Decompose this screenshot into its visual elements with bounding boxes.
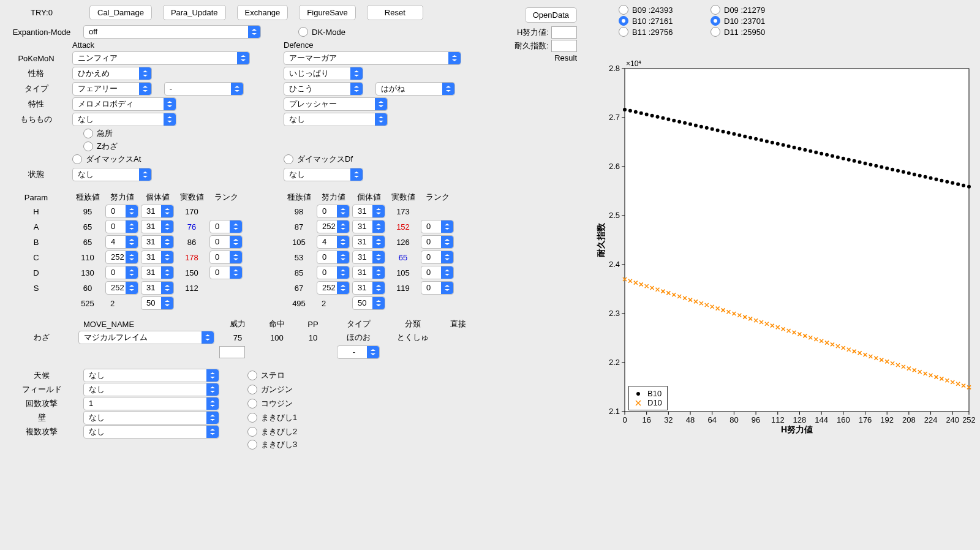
svg-point-54 [623, 108, 627, 111]
attack-D-rank-select[interactable]: 0 [209, 266, 243, 279]
attack-status-select[interactable]: なし [72, 168, 152, 181]
svg-point-100 [874, 164, 878, 168]
defence-D-iv-select[interactable]: 31 [352, 266, 385, 279]
h-doryoku-label: H努力値: [517, 27, 549, 38]
attack-H-iv-select[interactable]: 31 [141, 205, 174, 218]
svg-point-103 [891, 168, 894, 171]
series-radio-0[interactable]: B09 :24393 [619, 5, 710, 15]
expansion-mode-select[interactable]: off [83, 25, 261, 39]
svg-point-84 [787, 145, 791, 148]
defence-B-iv-select[interactable]: 31 [352, 235, 385, 249]
series-radio-3[interactable]: D10 :23701 [710, 16, 802, 26]
attack-type1-select[interactable]: フェアリー [72, 82, 152, 96]
series-radio-2[interactable]: B10 :27161 [619, 16, 710, 26]
zmove-radio[interactable]: Zわざ [83, 141, 118, 152]
defence-nature-select[interactable]: いじっぱり [284, 67, 363, 80]
attack-S-ev-select[interactable]: 252 [105, 281, 138, 295]
kabe-select[interactable]: なし [83, 411, 219, 424]
h-doryoku-input[interactable] [551, 26, 577, 39]
taikyuu-label: 耐久指数: [514, 40, 549, 51]
series-radio-1[interactable]: D09 :21279 [710, 5, 802, 15]
defence-A-iv-select[interactable]: 31 [352, 220, 385, 233]
svg-point-76 [743, 135, 747, 138]
defence-S-rank-select[interactable]: 0 [421, 281, 454, 295]
svg-point-59 [650, 114, 654, 118]
attack-B-rank-select[interactable]: 0 [209, 235, 243, 249]
hazard-1-radio[interactable]: ガンジン [247, 384, 293, 395]
hazard-5-radio[interactable]: まきびし3 [247, 439, 297, 450]
dymax-at-radio[interactable]: ダイマックスAt [72, 154, 141, 165]
defence-H-ev-select[interactable]: 0 [317, 205, 350, 218]
open-data-button[interactable]: OpenData [525, 7, 577, 23]
defence-S-iv-select[interactable]: 31 [352, 281, 385, 295]
dymax-df-radio[interactable]: ダイマックスDf [284, 154, 353, 165]
move-power-input[interactable] [219, 346, 245, 358]
defence-pokemon-select[interactable]: アーマーガア [284, 51, 461, 65]
figure-save-button[interactable]: FigureSave [299, 5, 355, 20]
hazard-4-radio[interactable]: まきびし2 [247, 426, 297, 437]
reset-button[interactable]: Reset [367, 5, 423, 20]
attack-A-iv-select[interactable]: 31 [141, 220, 174, 233]
move-name-select[interactable]: マジカルフレイム [78, 331, 214, 344]
attack-ability-select[interactable]: メロメロボディ [72, 97, 176, 111]
tenkou-select[interactable]: なし [83, 369, 219, 382]
attack-nature-select[interactable]: ひかえめ [72, 67, 152, 80]
defence-H-iv-select[interactable]: 31 [352, 205, 385, 218]
defence-ability-select[interactable]: プレッシャー [284, 97, 388, 111]
defence-B-ev-select[interactable]: 4 [317, 235, 350, 249]
attack-C-iv-select[interactable]: 31 [141, 251, 174, 264]
move-category: とくしゅ [388, 332, 437, 343]
attack-H-ev-select[interactable]: 0 [105, 205, 138, 218]
para-update-button[interactable]: Para_Update [163, 5, 226, 20]
defence-D-ev-select[interactable]: 0 [317, 266, 350, 279]
fukusuu-select[interactable]: なし [83, 425, 219, 439]
defence-B-rank-select[interactable]: 0 [421, 235, 454, 249]
field-select[interactable]: なし [83, 383, 219, 396]
defence-S-ev-select[interactable]: 252 [317, 281, 350, 295]
hazard-3-radio[interactable]: まきびし1 [247, 412, 297, 423]
attack-pokemon-select[interactable]: ニンフィア [72, 51, 250, 65]
exchange-button[interactable]: Exchange [237, 5, 288, 20]
attack-A-ev-select[interactable]: 0 [105, 220, 138, 233]
defence-A-ev-select[interactable]: 252 [317, 220, 350, 233]
svg-point-57 [639, 111, 643, 115]
attack-C-ev-select[interactable]: 252 [105, 251, 138, 264]
attack-D-ev-select[interactable]: 0 [105, 266, 138, 279]
defence-level-select[interactable]: 50 [352, 296, 385, 310]
attack-B-ev-select[interactable]: 4 [105, 235, 138, 249]
series-radio-4[interactable]: B11 :29756 [619, 27, 710, 37]
svg-point-79 [760, 138, 763, 142]
attack-S-iv-select[interactable]: 31 [141, 281, 174, 295]
attack-D-iv-select[interactable]: 31 [141, 266, 174, 279]
defence-D-rank-select[interactable]: 0 [421, 266, 454, 279]
hazard-2-radio[interactable]: コウジン [247, 398, 293, 409]
crit-radio[interactable]: 急所 [83, 128, 113, 139]
attack-C-rank-select[interactable]: 0 [209, 251, 243, 264]
attack-level-select[interactable]: 50 [141, 296, 174, 310]
defence-C-ev-select[interactable]: 0 [317, 251, 350, 264]
svg-point-82 [776, 142, 780, 146]
move-type-override-select[interactable]: - [337, 345, 380, 359]
svg-point-70 [710, 127, 714, 131]
defence-C-rank-select[interactable]: 0 [421, 251, 454, 264]
attack-B-iv-select[interactable]: 31 [141, 235, 174, 249]
taikyuu-input[interactable] [551, 40, 577, 52]
defence-type2-select[interactable]: はがね [375, 82, 455, 96]
attack-item-select[interactable]: なし [72, 113, 176, 126]
defence-status-select[interactable]: なし [284, 168, 363, 181]
hazard-0-radio[interactable]: ステロ [247, 370, 285, 381]
attack-type2-select[interactable]: - [164, 82, 244, 96]
kaisuu-select[interactable]: 1 [83, 397, 219, 410]
result-label: Result [554, 53, 577, 62]
defence-C-iv-select[interactable]: 31 [352, 251, 385, 264]
defence-type1-select[interactable]: ひこう [284, 82, 363, 96]
attack-A-rank-select[interactable]: 0 [209, 220, 243, 233]
svg-point-108 [918, 174, 922, 178]
defence-item-select[interactable]: なし [284, 113, 388, 126]
defence-A-rank-select[interactable]: 0 [421, 220, 454, 233]
svg-point-85 [793, 146, 796, 149]
series-radio-5[interactable]: D11 :25950 [710, 27, 802, 37]
dk-mode-radio[interactable]: DK-Mode [298, 27, 345, 37]
cal-damage-button[interactable]: Cal_Damage [89, 5, 152, 20]
svg-point-75 [737, 134, 741, 137]
